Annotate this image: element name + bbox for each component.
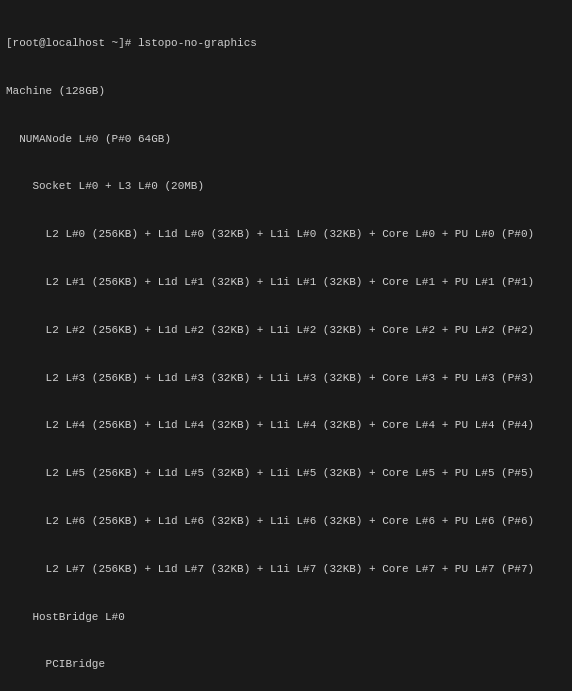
terminal-window: [root@localhost ~]# lstopo-no-graphics M… xyxy=(0,0,572,691)
line-12: L2 L#7 (256KB) + L1d L#7 (32KB) + L1i L#… xyxy=(6,562,566,578)
line-3: NUMANode L#0 (P#0 64GB) xyxy=(6,132,566,148)
line-7: L2 L#2 (256KB) + L1d L#2 (32KB) + L1i L#… xyxy=(6,323,566,339)
line-14: PCIBridge xyxy=(6,657,566,673)
line-6: L2 L#1 (256KB) + L1d L#1 (32KB) + L1i L#… xyxy=(6,275,566,291)
line-8: L2 L#3 (256KB) + L1d L#3 (32KB) + L1i L#… xyxy=(6,371,566,387)
line-1: [root@localhost ~]# lstopo-no-graphics xyxy=(6,36,566,52)
line-11: L2 L#6 (256KB) + L1d L#6 (32KB) + L1i L#… xyxy=(6,514,566,530)
line-10: L2 L#5 (256KB) + L1d L#5 (32KB) + L1i L#… xyxy=(6,466,566,482)
line-9: L2 L#4 (256KB) + L1d L#4 (32KB) + L1i L#… xyxy=(6,418,566,434)
line-4: Socket L#0 + L3 L#0 (20MB) xyxy=(6,179,566,195)
line-2: Machine (128GB) xyxy=(6,84,566,100)
line-5: L2 L#0 (256KB) + L1d L#0 (32KB) + L1i L#… xyxy=(6,227,566,243)
line-13: HostBridge L#0 xyxy=(6,610,566,626)
